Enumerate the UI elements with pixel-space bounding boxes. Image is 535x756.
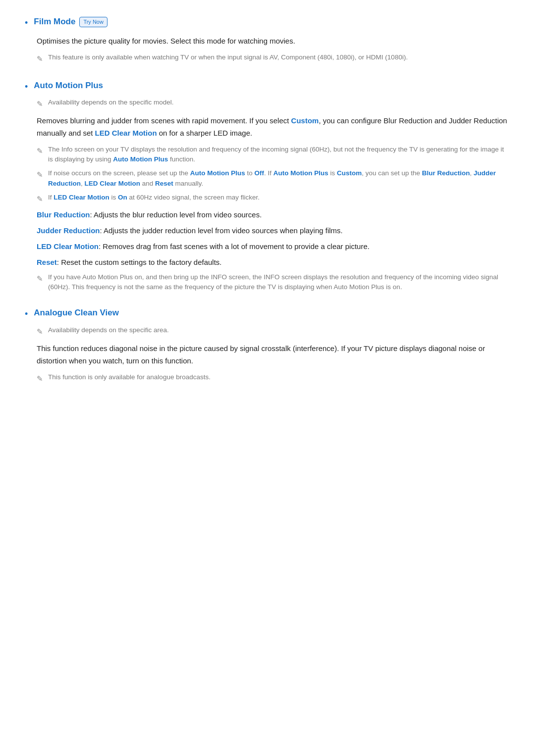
note-item: ✎This feature is only available when wat… <box>37 52 510 65</box>
highlighted-term: Blur Reduction <box>422 169 470 177</box>
section-analogue-clean-view: •Analogue Clean View✎Availability depend… <box>25 306 510 384</box>
term-label: Reset <box>37 258 57 266</box>
section-body-analogue-clean-view: ✎Availability depends on the specific ar… <box>37 325 510 385</box>
section-film-mode: •Film ModeTry NowOptimises the picture q… <box>25 15 510 65</box>
highlighted-term: Auto Motion Plus <box>113 155 168 163</box>
highlighted-term: LED Clear Motion <box>54 194 109 201</box>
note-item: ✎If you have Auto Motion Plus on, and th… <box>37 272 510 293</box>
term-line: LED Clear Motion: Removes drag from fast… <box>37 241 510 252</box>
section-title-auto-motion-plus: Auto Motion Plus <box>34 79 103 92</box>
note-icon: ✎ <box>37 373 43 385</box>
section-title-row-film-mode: •Film ModeTry Now <box>25 15 510 30</box>
note-icon: ✎ <box>37 326 43 338</box>
note-item: ✎If noise occurs on the screen, please s… <box>37 168 510 189</box>
main-paragraph: Removes blurring and judder from scenes … <box>37 115 510 140</box>
highlighted-term: Off <box>254 169 264 177</box>
term-label: LED Clear Motion <box>37 242 99 251</box>
highlighted-term: Custom <box>291 116 319 125</box>
bullet-icon: • <box>25 80 28 94</box>
note-icon: ✎ <box>37 169 43 181</box>
note-icon: ✎ <box>37 273 43 285</box>
section-auto-motion-plus: •Auto Motion Plus✎Availability depends o… <box>25 79 510 293</box>
note-text: If LED Clear Motion is On at 60Hz video … <box>48 193 260 202</box>
highlighted-term: On <box>118 194 127 201</box>
note-item: ✎Availability depends on the specific ar… <box>37 325 510 338</box>
section-title-row-analogue-clean-view: •Analogue Clean View <box>25 306 510 321</box>
highlighted-term: Reset <box>155 180 173 187</box>
section-body-auto-motion-plus: ✎Availability depends on the specific mo… <box>37 98 510 292</box>
note-text: If noise occurs on the screen, please se… <box>48 168 510 189</box>
section-title-row-auto-motion-plus: •Auto Motion Plus <box>25 79 510 94</box>
note-item: ✎Availability depends on the specific mo… <box>37 98 510 110</box>
note-item: ✎The Info screen on your TV displays the… <box>37 145 510 165</box>
try-now-badge[interactable]: Try Now <box>79 17 107 28</box>
highlighted-term: LED Clear Motion <box>85 180 141 187</box>
note-icon: ✎ <box>37 193 43 205</box>
section-intro: Optimises the picture quality for movies… <box>37 35 510 48</box>
bullet-icon: • <box>25 307 28 321</box>
term-line: Blur Reduction: Adjusts the blur reducti… <box>37 209 510 221</box>
term-line: Reset: Reset the custom settings to the … <box>37 256 510 268</box>
section-title-film-mode: Film ModeTry Now <box>34 15 107 28</box>
note-icon: ✎ <box>37 98 43 110</box>
term-label: Blur Reduction <box>37 210 90 219</box>
section-title-analogue-clean-view: Analogue Clean View <box>34 306 119 319</box>
highlighted-term: Auto Motion Plus <box>190 169 245 177</box>
term-line: Judder Reduction: Adjusts the judder red… <box>37 225 510 237</box>
highlighted-term: Auto Motion Plus <box>273 169 328 177</box>
note-text: The Info screen on your TV displays the … <box>48 145 510 165</box>
note-text: This function is only available for anal… <box>48 372 211 382</box>
highlighted-term: LED Clear Motion <box>95 129 157 137</box>
main-paragraph: This function reduces diagonal noise in … <box>37 343 510 367</box>
highlighted-term: Custom <box>337 169 362 177</box>
page-content: •Film ModeTry NowOptimises the picture q… <box>25 15 510 385</box>
note-text: Availability depends on the specific mod… <box>48 98 173 107</box>
note-item: ✎This function is only available for ana… <box>37 372 510 385</box>
note-text: If you have Auto Motion Plus on, and the… <box>48 272 510 293</box>
bullet-icon: • <box>25 16 28 30</box>
term-label: Judder Reduction <box>37 226 100 235</box>
note-icon: ✎ <box>37 53 43 65</box>
section-body-film-mode: Optimises the picture quality for movies… <box>37 35 510 65</box>
note-text: Availability depends on the specific are… <box>48 325 169 335</box>
note-text: This feature is only available when watc… <box>48 52 408 62</box>
note-item: ✎If LED Clear Motion is On at 60Hz video… <box>37 193 510 205</box>
note-icon: ✎ <box>37 145 43 157</box>
